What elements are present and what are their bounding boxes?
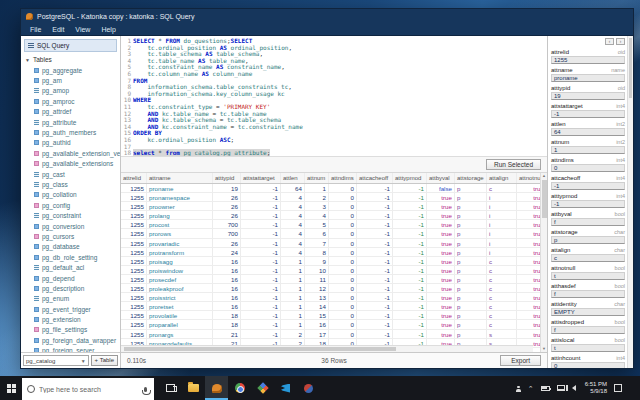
- field-value-input[interactable]: 1255: [551, 56, 625, 64]
- sidebar-item-pg_event_trigger[interactable]: pg_event_trigger: [34, 304, 120, 314]
- menu-edit[interactable]: Edit: [52, 26, 64, 33]
- sidebar-item-pg_cast[interactable]: pg_cast: [34, 169, 120, 179]
- run-selected-button[interactable]: Run Selected: [486, 159, 541, 170]
- vertical-scrollbar[interactable]: ▲ ▼: [540, 173, 547, 352]
- taskbar-clock[interactable]: 6:51 PM 5/9/18: [585, 381, 607, 395]
- sql-editor[interactable]: 123456789101112131415161718 SELECT * FRO…: [121, 36, 547, 157]
- table-row[interactable]: 1255proretset16-11140-1-1truepctrue: [121, 302, 540, 311]
- sidebar-item-pg_constraint[interactable]: pg_constraint: [34, 210, 120, 220]
- code-line-18[interactable]: select * from pg_catalog.pg_attribute;: [133, 150, 547, 156]
- menu-view[interactable]: View: [75, 26, 90, 33]
- sidebar-item-pg_collation[interactable]: pg_collation: [34, 190, 120, 200]
- field-value-input[interactable]: 64: [551, 128, 625, 136]
- table-row[interactable]: 1255prosecdef16-11110-1-1truepctrue: [121, 275, 540, 284]
- table-row[interactable]: 1255proowner26-1430-1-1truepitrue: [121, 202, 540, 211]
- horizontal-scrollbar[interactable]: [121, 345, 533, 352]
- field-value-input[interactable]: t: [551, 344, 625, 352]
- column-header-attstattarget[interactable]: attstattarget: [241, 173, 281, 183]
- column-header-attname[interactable]: attname: [147, 173, 213, 183]
- field-value-input[interactable]: -1: [551, 110, 625, 118]
- field-value-input[interactable]: t: [551, 272, 625, 280]
- sidebar-item-pg_amop[interactable]: pg_amop: [34, 86, 120, 96]
- table-row[interactable]: 1255pronamespace26-1420-1-1truepitrue: [121, 193, 540, 202]
- sidebar-item-pg_conversion[interactable]: pg_conversion: [34, 221, 120, 231]
- table-row[interactable]: 1255prolang26-1440-1-1truepitrue: [121, 211, 540, 220]
- sidebar-item-pg_description[interactable]: pg_description: [34, 283, 120, 293]
- results-grid[interactable]: attrelidattnameatttypidattstattargetattl…: [121, 173, 540, 352]
- field-value-input[interactable]: p: [551, 236, 625, 244]
- volume-icon[interactable]: [572, 385, 576, 391]
- microphone-icon[interactable]: [144, 387, 147, 392]
- scrollbar-thumb[interactable]: [124, 347, 396, 351]
- column-header-attnum[interactable]: attnum: [305, 173, 329, 183]
- table-row[interactable]: 1255proparallel18-11160-1-1truepctrue: [121, 320, 540, 329]
- field-value-input[interactable]: 0: [551, 362, 625, 368]
- sidebar-item-pg_amproc[interactable]: pg_amproc: [34, 96, 120, 106]
- column-header-attbyval[interactable]: attbyval: [427, 173, 455, 183]
- panel-scrollbar[interactable]: [627, 36, 633, 368]
- table-row[interactable]: 1255proisstrict16-11130-1-1truepctrue: [121, 293, 540, 302]
- app-button[interactable]: [297, 376, 320, 400]
- sidebar-item-pg_enum[interactable]: pg_enum: [34, 294, 120, 304]
- task-view-button[interactable]: [159, 376, 182, 400]
- column-header-attrelid[interactable]: attrelid: [121, 173, 147, 183]
- menu-file[interactable]: File: [30, 26, 41, 33]
- sidebar-item-pg_aggregate[interactable]: pg_aggregate: [34, 65, 120, 75]
- next-record-button[interactable]: ›: [616, 38, 625, 45]
- code-line-9[interactable]: information_schema.key_column_usage kc: [133, 91, 547, 98]
- sidebar-item-pg_auth_members[interactable]: pg_auth_members: [34, 127, 120, 137]
- export-button[interactable]: Export: [500, 355, 541, 366]
- column-header-attndims[interactable]: attndims: [329, 173, 357, 183]
- scrollbar-thumb[interactable]: [542, 180, 547, 218]
- table-row[interactable]: 1255prorows700-1460-1-1truepitrue: [121, 229, 540, 238]
- file-explorer-button[interactable]: [182, 376, 205, 400]
- sql-code[interactable]: SELECT * FROM do_questions;SELECT tc.ord…: [133, 38, 547, 156]
- prev-record-button[interactable]: ‹: [605, 38, 614, 45]
- sidebar-item-pg_depend[interactable]: pg_depend: [34, 273, 120, 283]
- table-row[interactable]: 1255proleakproof16-11120-1-1truepctrue: [121, 284, 540, 293]
- sidebar-item-pg_db_role_setting[interactable]: pg_db_role_setting: [34, 252, 120, 262]
- scrollbar-thumb[interactable]: [629, 38, 632, 98]
- field-value-input[interactable]: -1: [551, 182, 625, 190]
- field-value-input[interactable]: -1: [551, 200, 625, 208]
- table-row[interactable]: 1255proiswindow16-11100-1-1truepctrue: [121, 266, 540, 275]
- field-value-input[interactable]: c: [551, 254, 625, 262]
- table-row[interactable]: 1255proisagg16-1190-1-1truepctrue: [121, 257, 540, 266]
- sidebar-item-pg_am[interactable]: pg_am: [34, 75, 120, 85]
- sidebar-item-pg_available_extensions[interactable]: pg_available_extensions: [34, 159, 120, 169]
- field-value-input[interactable]: f: [551, 218, 625, 226]
- field-value-input[interactable]: 1: [551, 146, 625, 154]
- action-center-icon[interactable]: [614, 384, 622, 392]
- field-value-input[interactable]: proname: [551, 74, 625, 82]
- hidden-icons-chevron-icon[interactable]: ⌃: [528, 385, 534, 392]
- sidebar-item-pg_extension[interactable]: pg_extension: [34, 314, 120, 324]
- sidebar-item-pg_attrdef[interactable]: pg_attrdef: [34, 107, 120, 117]
- sidebar-item-pg_default_acl[interactable]: pg_default_acl: [34, 262, 120, 272]
- field-value-input[interactable]: f: [551, 326, 625, 334]
- column-header-attnotnull[interactable]: attnotnull: [517, 173, 540, 183]
- column-header-attalign[interactable]: attalign: [487, 173, 517, 183]
- table-row[interactable]: 1255procost700-1450-1-1truepitrue: [121, 220, 540, 229]
- table-row[interactable]: 1255provolatile18-11150-1-1truepctrue: [121, 311, 540, 320]
- code-line-6[interactable]: tc.column_name AS column_name: [133, 71, 547, 78]
- start-button[interactable]: [0, 376, 22, 400]
- battery-icon[interactable]: [541, 386, 550, 391]
- code-line-14[interactable]: AND kc.constraint_name = tc.constraint_n…: [133, 124, 547, 131]
- sidebar-item-pg_cursors[interactable]: pg_cursors: [34, 231, 120, 241]
- people-icon[interactable]: [516, 386, 521, 391]
- schema-select[interactable]: pg_catalog ▼: [23, 355, 89, 366]
- title-bar[interactable]: PostgreSQL - Katonka copy : katonka : SQ…: [21, 9, 633, 23]
- column-header-attcacheoff[interactable]: attcacheoff: [357, 173, 393, 183]
- photos-button[interactable]: [251, 376, 274, 400]
- field-value-input[interactable]: EMPTY: [551, 308, 625, 316]
- sidebar-item-pg_class[interactable]: pg_class: [34, 179, 120, 189]
- taskbar-search[interactable]: Type here to search: [22, 378, 154, 400]
- sidebar-item-pg_authid[interactable]: pg_authid: [34, 138, 120, 148]
- table-row[interactable]: 1255provariadic26-1470-1-1truepitrue: [121, 239, 540, 248]
- column-header-attlen[interactable]: attlen: [281, 173, 305, 183]
- code-line-16[interactable]: kc.ordinal_position ASC;: [133, 137, 547, 144]
- sidebar-item-pg_config[interactable]: pg_config: [34, 200, 120, 210]
- column-header-atttypmod[interactable]: atttypmod: [393, 173, 427, 183]
- field-value-input[interactable]: f: [551, 290, 625, 298]
- table-row[interactable]: 1255pronargs21-12170-1-1truepstrue: [121, 330, 540, 339]
